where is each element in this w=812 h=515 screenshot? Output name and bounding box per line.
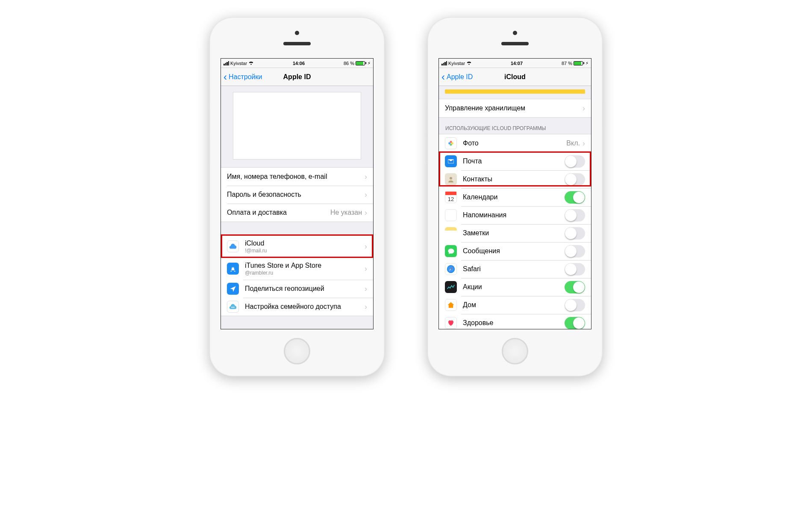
icloud-icon [227,240,239,252]
family-icon [227,301,239,313]
row-password-security[interactable]: Пароль и безопасность › [221,186,373,204]
toggle-mail[interactable] [565,155,585,168]
wifi-icon [466,61,472,66]
row-safari[interactable]: Safari [439,260,591,278]
toggle-notes[interactable] [565,227,585,240]
home-icon [445,299,457,311]
row-contacts[interactable]: Контакты [439,170,591,188]
charging-icon: ⚡︎ [368,61,371,65]
row-name-phone-email[interactable]: Имя, номера телефонов, e-mail › [221,168,373,186]
row-payment-shipping[interactable]: Оплата и доставка Не указан › [221,204,373,222]
reminders-icon [445,209,457,221]
content-right: Управление хранилищем › ИСПОЛЬЗУЮЩИЕ ICL… [439,86,591,329]
location-icon [227,283,239,295]
apps-group-header: ИСПОЛЬЗУЮЩИЕ ICLOUD ПРОГРАММЫ [439,118,591,134]
chevron-left-icon: ‹ [441,72,445,82]
battery-icon [356,61,366,65]
back-label: Настройки [229,73,262,81]
status-bar: Kyivstar 14:06 86 % ⚡︎ [221,59,373,68]
carrier-label: Kyivstar [230,61,247,66]
signal-icon [224,61,229,65]
app-label: Напоминания [463,211,506,219]
row-health[interactable]: Здоровье [439,314,591,329]
nav-bar: ‹ Apple ID iCloud [439,68,591,86]
toggle-contacts[interactable] [565,173,585,186]
account-settings-group: Имя, номера телефонов, e-mail › Пароль и… [221,167,373,222]
calendar-icon: 12 [445,191,457,203]
row-manage-storage[interactable]: Управление хранилищем › [439,99,591,117]
toggle-messages[interactable] [565,245,585,258]
profile-avatar-area [221,86,373,167]
back-button[interactable]: ‹ Apple ID [439,72,473,82]
app-label: Календари [463,193,497,201]
messages-icon [445,245,457,257]
notes-icon [445,227,457,239]
status-bar: Kyivstar 14:07 87 % ⚡︎ [439,59,591,68]
safari-icon [445,263,457,275]
row-messages[interactable]: Сообщения [439,242,591,260]
appstore-icon [227,263,239,275]
back-button[interactable]: ‹ Настройки [221,72,262,82]
storage-usage-bar [445,89,585,94]
app-label: Акции [463,283,482,291]
home-button[interactable] [502,338,528,364]
icloud-apps-group: ФотоВкл.›ПочтаКонтакты12КалендариНапомин… [439,134,591,329]
app-label: Дом [463,301,476,309]
row-icloud[interactable]: iCloud !@mail.ru › [221,235,373,258]
chevron-right-icon: › [365,208,367,217]
app-label: Safari [463,265,481,273]
battery-percent: 86 % [344,61,354,66]
chevron-right-icon: › [365,172,367,181]
screen-right: Kyivstar 14:07 87 % ⚡︎ ‹ Apple ID iCloud [438,58,591,329]
toggle-calendar[interactable] [565,191,585,204]
row-home[interactable]: Дом [439,296,591,314]
app-label: Почта [463,157,482,165]
mail-icon [445,155,457,167]
chevron-right-icon: › [365,190,367,199]
health-icon [445,317,457,329]
toggle-stocks[interactable] [565,281,585,293]
battery-icon [574,61,584,65]
toggle-home[interactable] [565,299,585,311]
app-label: Сообщения [463,247,500,255]
row-share-location[interactable]: Поделиться геопозицией › [221,280,373,298]
time-label: 14:06 [293,61,305,66]
avatar-placeholder [233,92,361,160]
svg-point-5 [448,142,450,145]
battery-percent: 87 % [562,61,572,66]
home-button[interactable] [284,338,310,364]
row-itunes-appstore[interactable]: iTunes Store и App Store @rambler.ru › [221,258,373,280]
row-stocks[interactable]: Акции [439,278,591,296]
chevron-right-icon: › [365,302,367,311]
signal-icon [441,61,447,65]
app-value: Вкл. [566,139,580,147]
phone-left: Kyivstar 14:06 86 % ⚡︎ ‹ Настройки Apple… [209,17,385,376]
app-label: Заметки [463,229,489,237]
toggle-health[interactable] [565,317,585,329]
stocks-icon [445,281,457,293]
row-mail[interactable]: Почта [439,152,591,170]
chevron-right-icon: › [365,284,367,293]
row-photos[interactable]: ФотоВкл.› [439,134,591,152]
row-reminders[interactable]: Напоминания [439,206,591,224]
charging-icon: ⚡︎ [585,61,588,65]
row-notes[interactable]: Заметки [439,224,591,242]
screen-left: Kyivstar 14:06 86 % ⚡︎ ‹ Настройки Apple… [221,58,374,329]
nav-bar: ‹ Настройки Apple ID [221,68,373,86]
app-label: Здоровье [463,319,493,327]
back-label: Apple ID [447,73,473,81]
phone-right: Kyivstar 14:07 87 % ⚡︎ ‹ Apple ID iCloud [427,17,603,376]
app-label: Фото [463,139,479,147]
contacts-icon [445,173,457,185]
chevron-right-icon: › [365,242,367,251]
row-calendar[interactable]: 12Календари [439,188,591,206]
svg-point-0 [232,307,233,308]
toggle-safari[interactable] [565,263,585,275]
time-label: 14:07 [511,61,523,66]
carrier-label: Kyivstar [448,61,465,66]
chevron-right-icon: › [583,139,585,148]
svg-point-1 [233,307,235,308]
toggle-reminders[interactable] [565,209,585,222]
row-family-sharing[interactable]: Настройка семейного доступа › [221,298,373,316]
photos-icon [445,137,457,149]
